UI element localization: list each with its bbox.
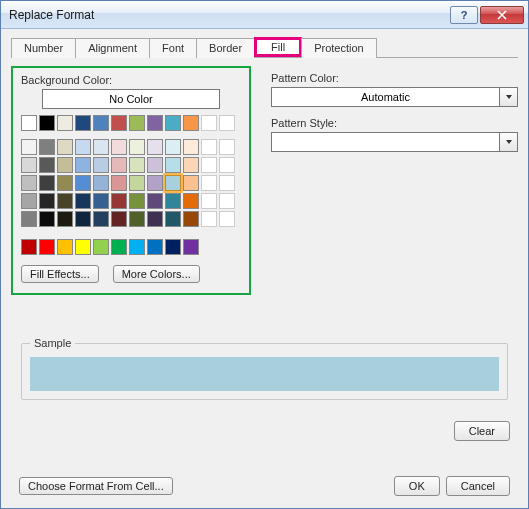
color-swatch[interactable] (183, 193, 199, 209)
color-swatch[interactable] (165, 211, 181, 227)
color-swatch-empty (219, 211, 235, 227)
ok-button[interactable]: OK (394, 476, 440, 496)
tab-number[interactable]: Number (11, 38, 76, 58)
color-swatch[interactable] (39, 157, 55, 173)
close-button[interactable] (480, 6, 524, 24)
color-swatch[interactable] (111, 115, 127, 131)
color-swatch[interactable] (39, 175, 55, 191)
color-swatch[interactable] (183, 211, 199, 227)
color-swatch[interactable] (93, 157, 109, 173)
color-swatch[interactable] (57, 139, 73, 155)
color-swatch[interactable] (129, 239, 145, 255)
color-swatch-grid (21, 115, 241, 255)
color-swatch-empty (219, 193, 235, 209)
color-swatch[interactable] (39, 115, 55, 131)
color-swatch[interactable] (165, 239, 181, 255)
no-color-label: No Color (109, 93, 152, 105)
color-swatch[interactable] (111, 139, 127, 155)
color-swatch[interactable] (21, 193, 37, 209)
color-swatch[interactable] (147, 157, 163, 173)
color-swatch[interactable] (165, 175, 181, 191)
color-swatch[interactable] (147, 193, 163, 209)
tab-protection[interactable]: Protection (301, 38, 377, 58)
tab-fill[interactable]: Fill (254, 37, 302, 57)
color-swatch[interactable] (57, 239, 73, 255)
color-swatch-empty (201, 211, 217, 227)
color-swatch[interactable] (75, 139, 91, 155)
pattern-style-label: Pattern Style: (271, 117, 518, 129)
sample-label: Sample (30, 337, 75, 349)
color-swatch[interactable] (183, 115, 199, 131)
color-swatch[interactable] (147, 175, 163, 191)
color-swatch[interactable] (129, 157, 145, 173)
color-swatch[interactable] (57, 211, 73, 227)
tab-alignment[interactable]: Alignment (75, 38, 150, 58)
color-swatch[interactable] (129, 211, 145, 227)
color-swatch[interactable] (111, 157, 127, 173)
color-swatch[interactable] (129, 139, 145, 155)
color-swatch[interactable] (93, 139, 109, 155)
color-swatch[interactable] (93, 115, 109, 131)
color-swatch[interactable] (129, 193, 145, 209)
chevron-down-icon (505, 138, 513, 146)
color-swatch[interactable] (165, 139, 181, 155)
color-swatch[interactable] (21, 175, 37, 191)
color-swatch[interactable] (21, 157, 37, 173)
color-swatch[interactable] (111, 239, 127, 255)
color-swatch[interactable] (147, 115, 163, 131)
pattern-style-dropdown[interactable] (500, 132, 518, 152)
color-swatch[interactable] (129, 175, 145, 191)
color-swatch[interactable] (183, 139, 199, 155)
color-swatch[interactable] (165, 157, 181, 173)
color-swatch[interactable] (75, 193, 91, 209)
color-swatch[interactable] (39, 193, 55, 209)
color-swatch[interactable] (93, 239, 109, 255)
color-swatch-empty (201, 193, 217, 209)
color-swatch[interactable] (93, 211, 109, 227)
color-swatch[interactable] (129, 115, 145, 131)
color-swatch[interactable] (93, 175, 109, 191)
fill-effects-button[interactable]: Fill Effects... (21, 265, 99, 283)
color-swatch[interactable] (21, 211, 37, 227)
color-swatch[interactable] (183, 157, 199, 173)
help-button[interactable]: ? (450, 6, 478, 24)
color-swatch[interactable] (75, 239, 91, 255)
clear-button[interactable]: Clear (454, 421, 510, 441)
color-swatch[interactable] (57, 157, 73, 173)
color-swatch[interactable] (39, 211, 55, 227)
color-swatch[interactable] (75, 211, 91, 227)
color-swatch[interactable] (57, 175, 73, 191)
color-swatch[interactable] (147, 239, 163, 255)
color-swatch[interactable] (75, 157, 91, 173)
more-colors-button[interactable]: More Colors... (113, 265, 200, 283)
window-title: Replace Format (9, 8, 448, 22)
color-swatch[interactable] (21, 139, 37, 155)
pattern-color-dropdown[interactable] (500, 87, 518, 107)
color-swatch[interactable] (111, 175, 127, 191)
color-swatch[interactable] (57, 115, 73, 131)
color-swatch[interactable] (183, 175, 199, 191)
tab-font[interactable]: Font (149, 38, 197, 58)
tab-border[interactable]: Border (196, 38, 255, 58)
pattern-style-combo[interactable] (271, 132, 518, 152)
color-swatch[interactable] (147, 139, 163, 155)
no-color-button[interactable]: No Color (42, 89, 220, 109)
color-swatch[interactable] (75, 175, 91, 191)
color-swatch[interactable] (21, 239, 37, 255)
color-swatch[interactable] (39, 239, 55, 255)
color-swatch[interactable] (111, 193, 127, 209)
color-swatch[interactable] (93, 193, 109, 209)
pattern-color-combo[interactable]: Automatic (271, 87, 518, 107)
cancel-button[interactable]: Cancel (446, 476, 510, 496)
color-swatch[interactable] (39, 139, 55, 155)
color-swatch[interactable] (165, 115, 181, 131)
color-swatch[interactable] (183, 239, 199, 255)
color-swatch-empty (219, 115, 235, 131)
color-swatch[interactable] (21, 115, 37, 131)
color-swatch[interactable] (57, 193, 73, 209)
color-swatch[interactable] (165, 193, 181, 209)
color-swatch[interactable] (111, 211, 127, 227)
color-swatch[interactable] (75, 115, 91, 131)
color-swatch[interactable] (147, 211, 163, 227)
choose-format-button[interactable]: Choose Format From Cell... (19, 477, 173, 495)
